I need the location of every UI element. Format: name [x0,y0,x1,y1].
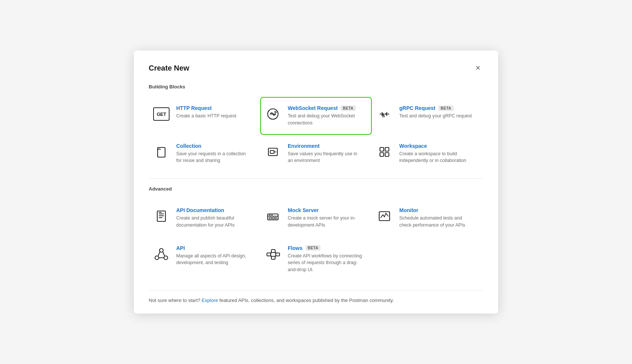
svg-text:g: g [382,112,385,117]
footer: Not sure where to start? Explore feature… [149,290,483,303]
http-request-icon: GET [152,105,170,123]
section-divider [149,178,483,179]
svg-line-37 [271,254,271,258]
flows-title: Flows [288,245,303,251]
card-workspace[interactable]: Workspace Create a workspace to build in… [372,135,483,173]
svg-rect-11 [380,153,384,156]
collection-desc: Save your requests in a collection for r… [176,150,251,165]
websocket-request-desc: Test and debug your WebSocket connection… [288,113,362,127]
card-monitor[interactable]: Monitor Schedule automated tests and che… [372,199,483,237]
grpc-beta-badge: BETA [438,105,453,111]
http-request-text: HTTP Request Create a basic HTTP request [176,105,251,120]
environment-text: Environment Save values you frequently u… [288,143,362,165]
collection-icon [152,143,170,161]
card-collection[interactable]: Collection Save your requests in a colle… [149,135,260,173]
svg-rect-23 [272,217,274,219]
api-desc: Manage all aspects of API design, develo… [176,253,251,267]
svg-line-36 [271,251,271,254]
footer-text-before: Not sure where to start? [149,298,201,303]
dialog-title: Create New [149,64,189,72]
svg-line-39 [275,254,276,258]
websocket-beta-badge: BETA [341,105,355,111]
monitor-desc: Schedule automated tests and check perfo… [399,215,474,229]
mock-server-icon [264,207,282,225]
flows-desc: Create API workflows by connecting serie… [288,253,362,273]
monitor-title: Monitor [399,207,418,213]
svg-line-30 [163,252,165,256]
websocket-request-text: WebSocket Request BETA Test and debug yo… [288,105,362,127]
websocket-request-title: WebSocket Request [288,105,338,111]
monitor-icon [375,207,393,225]
grpc-request-text: gRPC Request BETA Test and debug your gR… [399,105,474,120]
mock-server-title: Mock Server [288,207,319,213]
http-request-title: HTTP Request [176,105,212,111]
svg-rect-32 [267,253,271,256]
building-blocks-label: Building Blocks [149,84,483,90]
get-badge: GET [153,107,170,121]
api-documentation-icon [152,207,170,225]
workspace-icon [375,143,393,161]
mock-server-desc: Create a mock server for your in-develop… [288,215,362,229]
http-request-desc: Create a basic HTTP request [176,113,251,120]
environment-title: Environment [288,143,320,149]
flows-beta-badge: BETA [306,245,320,251]
svg-line-29 [158,252,160,256]
explore-link[interactable]: Explore [201,298,218,303]
building-blocks-section: Building Blocks GET HTTP Request Create … [149,84,483,172]
card-flows[interactable]: Flows BETA Create API workflows by conne… [260,237,372,282]
environment-desc: Save values you frequently use in an env… [288,150,362,165]
svg-rect-35 [276,253,280,256]
workspace-title: Workspace [399,143,427,149]
card-grpc-request[interactable]: g gRPC Request BETA Test and debug your … [372,97,483,135]
grpc-request-title: gRPC Request [399,105,435,111]
advanced-section: Advanced API Documentation [149,186,483,282]
footer-text-after: featured APIs, collections, and workspac… [218,298,394,303]
monitor-text: Monitor Schedule automated tests and che… [399,207,474,229]
api-title: API [176,245,185,251]
advanced-label: Advanced [149,186,483,192]
api-documentation-desc: Create and publish beautiful documentati… [176,215,251,229]
flows-icon [264,245,282,263]
collection-text: Collection Save your requests in a colle… [176,143,251,165]
svg-rect-7 [270,150,274,153]
svg-rect-10 [385,147,389,151]
api-icon [152,245,170,263]
card-api-documentation[interactable]: API Documentation Create and publish bea… [149,199,260,237]
workspace-text: Workspace Create a workspace to build in… [399,143,474,165]
building-blocks-grid: GET HTTP Request Create a basic HTTP req… [149,97,483,172]
svg-rect-34 [271,256,275,259]
grpc-request-desc: Test and debug your gRPC request [399,113,474,120]
api-documentation-title: API Documentation [176,207,224,213]
websocket-icon [264,105,282,123]
api-text: API Manage all aspects of API design, de… [176,245,251,267]
svg-rect-12 [385,153,389,156]
create-new-dialog: Create New × Building Blocks GET HTTP Re… [134,51,498,313]
mock-server-text: Mock Server Create a mock server for you… [288,207,362,229]
grpc-icon: g [375,105,393,123]
advanced-grid: API Documentation Create and publish bea… [149,199,483,282]
card-websocket-request[interactable]: WebSocket Request BETA Test and debug yo… [260,97,372,135]
svg-rect-9 [380,147,384,151]
dialog-header: Create New × [149,62,483,74]
svg-rect-24 [275,217,277,219]
environment-icon [264,143,282,161]
workspace-desc: Create a workspace to build independentl… [399,150,474,165]
svg-rect-22 [269,217,271,219]
flows-text: Flows BETA Create API workflows by conne… [288,245,362,273]
collection-title: Collection [176,143,201,149]
card-http-request[interactable]: GET HTTP Request Create a basic HTTP req… [149,97,260,135]
api-documentation-text: API Documentation Create and publish bea… [176,207,251,229]
close-button[interactable]: × [473,62,483,74]
card-mock-server[interactable]: Mock Server Create a mock server for you… [260,199,372,237]
card-api[interactable]: API Manage all aspects of API design, de… [149,237,260,282]
card-environment[interactable]: Environment Save values you frequently u… [260,135,372,173]
svg-rect-33 [271,250,275,253]
svg-line-38 [275,251,276,254]
